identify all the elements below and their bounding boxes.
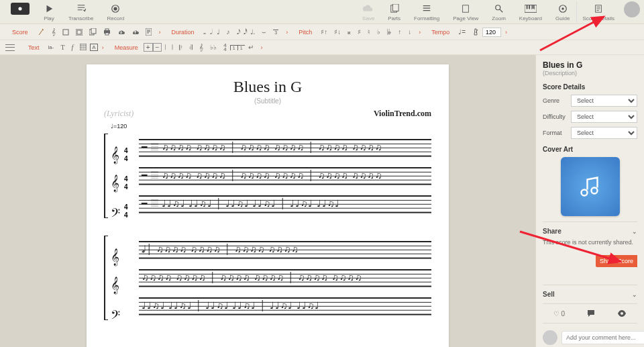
tempo-marking[interactable]: ♩=120 [111,123,431,130]
flat[interactable]: ♭ [374,24,384,40]
parts-icon [388,3,400,15]
share-score-button[interactable]: Share Score [596,255,637,267]
zoom-button[interactable]: Zoom [485,1,512,23]
svg-point-7 [495,5,500,9]
dot-tool[interactable]: ♩. [247,24,259,40]
parts-button[interactable]: Parts [381,1,407,23]
doubleflat[interactable]: 𝄫 [384,24,394,40]
formatting-button[interactable]: Formatting [407,1,446,23]
guide-button[interactable]: Guide [549,1,576,23]
keyboard-button[interactable]: Keyboard [513,1,549,23]
natural[interactable]: ♮ [364,24,374,40]
system-2[interactable]: 𝄞 𝅗𝅥𝅗𝅥 │ ♫♫♫♫ ♫♫♫♫ │ ♫♫♫♫ ♫♫♫♫ 𝄞 ♫♫♫♫ ♫♫… [104,236,431,320]
difficulty-select[interactable]: Select [571,111,637,123]
svg-rect-21 [105,29,109,31]
details-heading: Score Details [543,83,637,91]
clef-change[interactable]: 𝄞 [196,44,207,52]
upload-tool[interactable] [128,24,142,40]
clef-tool[interactable]: 𝄞 [48,24,59,40]
download-tool[interactable] [114,24,128,40]
system-break[interactable]: ↵ [245,44,257,51]
doublesharp[interactable]: 𝄪 [344,24,354,40]
barline1[interactable]: 𝄀𝄀 [162,44,168,52]
play-button[interactable]: Play [36,1,62,23]
box-tool[interactable] [59,24,72,40]
sharp[interactable]: ♯ [354,24,364,40]
comment-input[interactable] [561,331,644,344]
metronome-icon[interactable] [469,24,482,40]
remove-measure[interactable]: − [153,43,162,52]
panel-description[interactable]: (Description) [543,70,637,77]
chevron-right-icon[interactable]: › [501,29,511,36]
save-button[interactable]: Save [356,1,381,23]
format-select[interactable]: Select [571,127,637,139]
tuplet-tool[interactable]: 3 [270,24,282,40]
time-change[interactable]: 44 [220,44,229,52]
sharp-down[interactable]: ♯↓ [331,24,344,40]
comments-stat[interactable] [587,309,595,317]
chevron-down-icon[interactable]: ⌄ [632,228,637,235]
user-avatar[interactable] [624,1,640,17]
sixteenth-note[interactable]: 𝅘𝅥𝅯 [233,24,240,40]
music-note-icon [578,175,602,199]
music-sheet[interactable]: Blues in G (Subtitle) (Lyricist) ViolinT… [87,64,449,347]
chevron-right-icon[interactable]: › [257,44,267,51]
whole-note[interactable]: 𝅝 [200,24,207,40]
group-duration-label: Duration [172,29,195,36]
tempo-input[interactable] [482,28,501,37]
tie-tool[interactable]: ⌣ [258,24,270,40]
tempo-note[interactable]: ♩= [455,24,469,40]
chevron-right-icon[interactable]: › [415,29,425,36]
views-stat[interactable] [617,310,627,317]
cover-art[interactable] [561,157,620,216]
likes-stat[interactable]: ♡0 [553,310,565,317]
half-note[interactable]: 𝅗𝅥 [207,24,213,40]
instrument-tool[interactable] [34,24,48,40]
heart-icon: ♡ [553,310,559,317]
barline2[interactable]: 𝄁 [168,44,176,52]
file-tool[interactable] [142,24,155,40]
pageview-button[interactable]: Page View [446,1,485,23]
chevron-right-icon[interactable]: › [98,44,108,51]
text-tool[interactable]: T [57,44,68,51]
chevron-right-icon[interactable]: › [155,29,165,36]
system-1[interactable]: 𝄞44 ━ 𝄚 ♫♫♫♫ ♫♫♫♫ │ ♫♫♫♫ ♫♫♫♫ │ ♫♫♫♫ ♫♫♫… [104,134,431,218]
quarter-note[interactable]: ♩ [213,24,223,40]
chevron-down-icon[interactable]: ⌄ [632,291,637,298]
page-icon [460,3,472,15]
record-icon [109,3,121,15]
add-measure[interactable]: + [144,43,153,52]
score-details-button[interactable]: Score Details [576,1,620,23]
frame-tool[interactable] [72,24,86,40]
panel-title: Blues in G [543,60,637,70]
chord-tool[interactable] [76,44,90,52]
lyricist-field[interactable]: (Lyricist) [104,109,133,119]
composer-field[interactable]: ViolinTrend.com [374,109,431,119]
repeat-end[interactable]: 𝄇 [186,44,196,52]
octave-down[interactable]: ↓ [405,24,415,40]
chevron-right-icon[interactable]: › [282,29,292,36]
sharp-up[interactable]: ♯↑ [317,24,331,40]
third-toolbar: Text la- T f A › Measure + − 𝄀𝄀 𝄁 𝄆 𝄇 𝄞 … [0,40,644,55]
repeat-start[interactable]: 𝄆 [176,44,186,52]
volta1[interactable]: 1 [230,45,237,50]
octave-up[interactable]: ↑ [394,24,405,40]
transcribe-icon [75,3,87,15]
volta2[interactable]: 1 [237,45,245,50]
format-label: Format [543,130,571,136]
genre-select[interactable]: Select [571,95,637,107]
transcribe-button[interactable]: Transcribe [62,1,101,23]
textA-tool[interactable]: A [90,44,97,51]
italic-tool[interactable]: f [68,44,77,51]
sheet-title[interactable]: Blues in G [104,78,431,96]
lyric-tool[interactable]: la- [45,44,58,50]
eighth-note[interactable]: ♪ [223,24,233,40]
key-change[interactable]: ♭♭ [207,44,220,51]
copy-tool[interactable] [86,24,100,40]
record-button[interactable]: Record [101,1,131,23]
sheet-subtitle[interactable]: (Subtitle) [104,97,431,105]
thirtysecond-note[interactable]: 𝅘𝅥𝅰 [240,24,247,40]
menu-icon[interactable] [5,44,15,51]
print-tool[interactable] [100,24,114,40]
app-logo[interactable] [4,1,36,16]
